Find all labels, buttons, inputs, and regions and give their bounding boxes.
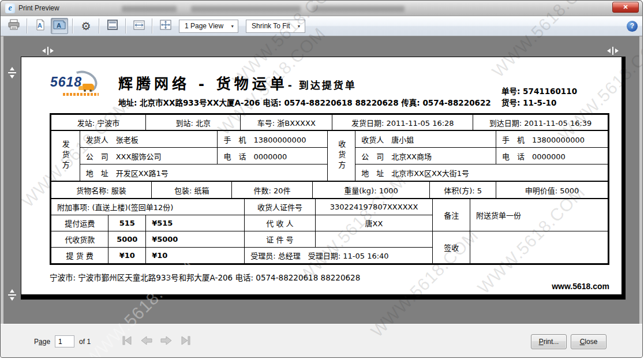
page-navigation xyxy=(118,334,194,349)
ship-date-cell: 发货日期: 2011-11-05 16:28 xyxy=(332,115,473,130)
fee-table: 附加事项: (直送上楼)(签回单12份) 收货人证件号 330224197807… xyxy=(51,199,608,264)
branch-address-line: 宁波市: 宁波市鄞州区天童北路933号和邦大厦A-206 电话: 0574-88… xyxy=(50,271,360,283)
receiver-mobile-cell: 手 机 13800000000 xyxy=(496,131,608,148)
bottom-bar: Page of 1 Print... Close xyxy=(1,324,642,358)
full-width-icon xyxy=(133,20,145,32)
shrink-to-fit-dropdown[interactable]: Shrink To Fit ▼ xyxy=(246,20,305,33)
right-margin-handle[interactable] xyxy=(605,47,620,57)
company-logo: 5618 xyxy=(50,76,114,88)
fee-label-cell: 代收货款 xyxy=(51,231,108,248)
next-page-icon xyxy=(159,335,173,349)
fee-yuan-cell: ¥5000 xyxy=(146,231,245,248)
chevron-down-icon: ▼ xyxy=(230,24,234,28)
previous-page-icon xyxy=(140,335,153,349)
page-view-value: 1 Page View xyxy=(185,22,223,30)
toolbar-separator xyxy=(152,18,153,33)
print-preview-window: e Print Preview ✕ A A ⚙ xyxy=(0,0,643,358)
view-full-width-button[interactable] xyxy=(130,18,148,34)
waybill-title: 辉腾网络 - 货物运单 xyxy=(118,72,288,93)
window-title: Print Preview xyxy=(18,4,59,12)
redacted-text xyxy=(312,6,405,12)
header-footer-icon xyxy=(107,20,118,32)
toolbar: A A ⚙ 1 Pa xyxy=(1,16,642,36)
first-page-button[interactable] xyxy=(118,334,136,349)
view-full-page-button[interactable] xyxy=(157,18,174,34)
logo-tagline xyxy=(63,93,99,96)
fee-amount-cell: 5000 xyxy=(108,231,146,248)
redacted-text xyxy=(122,6,177,12)
route-table: 发站: 宁波市 到站: 北京 车号: 浙BXXXXX 发货日期: 2011-11… xyxy=(51,114,608,130)
previous-page-button[interactable] xyxy=(138,334,155,349)
print-document-button[interactable] xyxy=(5,18,23,34)
page-count-label: of 1 xyxy=(79,338,91,346)
waybill-document: 5618 辉腾网络 - 货物运单 - 到达提货单 地址: 北京市XX路933号X… xyxy=(21,57,621,294)
receiver-address-cell: 地 址 北京市XX区XX大街1号 xyxy=(355,164,608,181)
redacted-text xyxy=(191,6,301,12)
first-page-icon xyxy=(121,335,133,349)
bottom-margin-handle[interactable] xyxy=(8,287,16,305)
declared-value-cell: 申明价值: 5000 xyxy=(496,182,608,199)
receiver-id-value-cell: 330224197807XXXXXX xyxy=(315,199,433,215)
logo-swoosh xyxy=(67,68,100,97)
waybill-title-line: 辉腾网络 - 货物运单 - 到达提货单 xyxy=(118,72,357,93)
printer-icon xyxy=(8,19,20,33)
toolbar-separator xyxy=(27,18,28,33)
waybill-subtitle: - 到达提货单 xyxy=(288,77,357,92)
full-page-icon xyxy=(160,20,171,32)
page-view-dropdown[interactable]: 1 Page View ▼ xyxy=(179,20,238,33)
sender-side-label: 发货方 xyxy=(51,131,80,181)
goods-table: 货物名称: 服装 包装: 纸箱 件数: 20件 重量(kg): 1000 体积(… xyxy=(51,181,608,199)
package-cell: 包装: 纸箱 xyxy=(152,182,232,199)
top-margin-handle[interactable] xyxy=(8,65,16,83)
help-icon: ? xyxy=(630,22,634,30)
page-setup-button[interactable]: ⚙ xyxy=(77,18,95,34)
last-page-icon xyxy=(179,335,192,349)
station-to-cell: 到站: 北京 xyxy=(146,115,241,130)
headers-footers-toggle-button[interactable] xyxy=(104,18,121,34)
goods-name-cell: 货物名称: 服装 xyxy=(51,182,152,199)
print-button[interactable]: Print... xyxy=(531,334,567,349)
title-bar: e Print Preview ✕ xyxy=(1,1,642,16)
remark-value-cell: 附送货单一份 xyxy=(470,199,608,231)
sign-value-cell xyxy=(470,231,608,264)
next-page-button[interactable] xyxy=(158,334,175,349)
page-number-input[interactable] xyxy=(55,335,74,347)
sender-mobile-cell: 手 机 13800000000 xyxy=(218,131,328,148)
sender-name-cell: 发货人 张老板 xyxy=(80,131,218,148)
fee-label-cell: 提 货 费 xyxy=(51,248,108,264)
landscape-page-icon: A xyxy=(53,20,66,32)
left-margin-handle[interactable] xyxy=(40,47,55,57)
toolbar-separator xyxy=(99,18,100,33)
close-window-button[interactable]: ✕ xyxy=(612,2,639,13)
sender-company-cell: 公 司 XXX服饰公司 xyxy=(80,148,218,164)
sender-address-cell: 地 址 开发区XX路1号 xyxy=(80,164,328,181)
fee-yuan-cell: ¥515 xyxy=(146,215,245,231)
shrink-to-fit-value: Shrink To Fit xyxy=(252,22,290,30)
close-button[interactable]: Close xyxy=(571,334,606,349)
gear-icon: ⚙ xyxy=(81,21,91,32)
document-page: 5618 辉腾网络 - 货物运单 - 到达提货单 地址: 北京市XX路933号X… xyxy=(21,57,626,300)
collector-value-cell: 唐XX xyxy=(315,215,433,231)
truck-number-cell: 车号: 浙BXXXXX xyxy=(241,115,332,130)
id-number-value-cell xyxy=(315,231,433,248)
last-page-button[interactable] xyxy=(177,334,194,349)
website-text: www.5618.com xyxy=(50,282,609,291)
ie-logo-icon: e xyxy=(5,3,15,13)
volume-cell: 体积(方): 5 xyxy=(430,182,496,199)
remark-label-cell: 备注 xyxy=(433,199,470,231)
toolbar-separator xyxy=(72,18,73,33)
extra-note-cell: 附加事项: (直送上楼)(签回单12份) xyxy=(51,199,245,215)
fee-yuan-cell: ¥10 xyxy=(146,248,245,264)
receiver-id-label-cell: 收货人证件号 xyxy=(245,199,315,215)
help-button[interactable]: ? xyxy=(627,21,638,32)
pieces-cell: 件数: 20件 xyxy=(232,182,312,199)
fee-amount-cell: ¥10 xyxy=(108,248,146,264)
svg-text:A: A xyxy=(38,22,42,29)
receiver-name-cell: 收货人 唐小姐 xyxy=(355,131,496,148)
portrait-button[interactable]: A xyxy=(32,18,49,34)
svg-text:A: A xyxy=(57,22,61,29)
landscape-button[interactable]: A xyxy=(51,18,68,34)
chevron-down-icon: ▼ xyxy=(297,24,301,28)
receiver-company-cell: 公 司 北京XX商场 xyxy=(355,148,496,164)
station-from-cell: 发站: 宁波市 xyxy=(51,115,146,130)
